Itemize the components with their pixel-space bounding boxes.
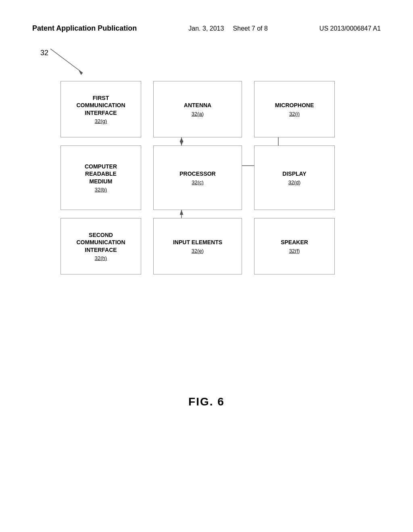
header: Patent Application Publication Jan. 3, 2… <box>32 24 381 33</box>
block-second-comm: SECONDCOMMUNICATIONINTERFACE 32(h) <box>60 218 141 274</box>
block-input-elements-label: INPUT ELEMENTS <box>173 239 222 246</box>
block-computer-readable-ref: 32(b) <box>95 187 107 193</box>
diagram-area: 32 <box>32 81 381 363</box>
block-first-comm-label: FIRSTCOMMUNICATIONINTERFACE <box>76 94 125 116</box>
svg-line-0 <box>50 49 83 73</box>
block-microphone: MICROPHONE 32(i) <box>254 81 335 137</box>
ref-32-text: 32 <box>40 49 48 57</box>
svg-marker-1 <box>79 70 83 75</box>
block-antenna-ref: 32(a) <box>192 111 204 117</box>
block-processor: PROCESSOR 32(c) <box>153 145 242 210</box>
block-speaker-ref: 32(f) <box>289 248 300 254</box>
block-grid: FIRSTCOMMUNICATIONINTERFACE 32(g) ANTENN… <box>60 81 381 274</box>
block-antenna: ANTENNA 32(a) <box>153 81 242 137</box>
block-display: DISPLAY 32(d) <box>254 145 335 210</box>
block-first-comm-ref: 32(g) <box>95 118 107 124</box>
page: Patent Application Publication Jan. 3, 2… <box>0 0 413 532</box>
block-input-elements: INPUT ELEMENTS 32(e) <box>153 218 242 274</box>
block-computer-readable: COMPUTERREADABLEMEDIUM 32(b) <box>60 145 141 210</box>
figure-label: FIG. 6 <box>32 395 381 408</box>
block-first-comm: FIRSTCOMMUNICATIONINTERFACE 32(g) <box>60 81 141 137</box>
block-microphone-ref: 32(i) <box>289 111 300 117</box>
block-second-comm-label: SECONDCOMMUNICATIONINTERFACE <box>76 231 125 254</box>
block-computer-readable-label: COMPUTERREADABLEMEDIUM <box>85 163 117 185</box>
header-title: Patent Application Publication <box>32 24 137 33</box>
ref-label-32: 32 <box>40 49 48 57</box>
block-display-ref: 32(d) <box>288 179 300 185</box>
block-processor-label: PROCESSOR <box>179 170 215 177</box>
block-antenna-label: ANTENNA <box>184 102 211 109</box>
block-second-comm-ref: 32(h) <box>95 255 107 261</box>
ref-arrow-svg <box>50 47 99 79</box>
block-processor-ref: 32(c) <box>192 179 204 185</box>
header-sheet: Sheet 7 of 8 <box>233 25 268 32</box>
block-speaker-label: SPEAKER <box>281 239 308 246</box>
block-display-label: DISPLAY <box>282 170 306 177</box>
block-input-elements-ref: 32(e) <box>192 248 204 254</box>
block-microphone-label: MICROPHONE <box>275 102 314 109</box>
header-date: Jan. 3, 2013 <box>188 25 224 32</box>
block-speaker: SPEAKER 32(f) <box>254 218 335 274</box>
header-patent-number: US 2013/0006847 A1 <box>319 25 381 32</box>
header-date-sheet: Jan. 3, 2013 Sheet 7 of 8 <box>188 25 268 32</box>
